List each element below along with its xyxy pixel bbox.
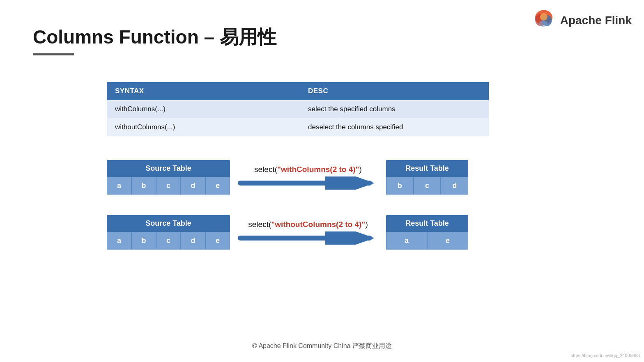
source-cell-b1: b	[131, 177, 156, 195]
result-cell-d1: d	[441, 177, 468, 195]
select-pre-2: select(	[248, 220, 271, 229]
select-post-1: )	[359, 165, 362, 174]
select-pre-1: select(	[254, 165, 277, 174]
result-cell-a2: a	[386, 232, 427, 250]
result-table-cells-1: b c d	[386, 177, 468, 195]
syntax-table-header-desc: DESC	[300, 82, 489, 100]
result-table-header-1: Result Table	[386, 160, 468, 177]
footer-text: © Apache Flink Community China 严禁商业用途	[252, 342, 392, 349]
source-table-cells-1: a b c d e	[107, 177, 230, 195]
source-cell-d1: d	[181, 177, 205, 195]
select-func-1: "withColumns(2 to 4)"	[277, 165, 359, 174]
syntax-cell-2: withoutColumns(...)	[107, 118, 300, 136]
arrow-label-area-2: select("withoutColumns(2 to 4)")	[230, 220, 386, 245]
select-func-2: "withoutColumns(2 to 4)"	[271, 220, 365, 229]
arrow-label-area-1: select("withColumns(2 to 4)")	[230, 165, 386, 190]
svg-point-4	[539, 21, 547, 27]
syntax-table-header-syntax: SYNTAX	[107, 82, 300, 100]
source-table-header-1: Source Table	[107, 160, 230, 177]
source-cell-c2: c	[156, 232, 181, 250]
arrow-icon-1	[238, 176, 378, 190]
select-post-2: )	[365, 220, 368, 229]
diagram-row-2: Source Table a b c d e select("withoutCo…	[107, 215, 509, 250]
source-table-1: Source Table a b c d e	[107, 160, 230, 195]
flink-logo-icon	[531, 8, 556, 33]
syntax-table: SYNTAX DESC withColumns(...) select the …	[107, 82, 489, 136]
diagram-area: Source Table a b c d e select("withColum…	[107, 160, 509, 270]
result-cell-e2: e	[427, 232, 468, 250]
source-cell-d2: d	[181, 232, 205, 250]
source-cell-c1: c	[156, 177, 181, 195]
result-table-2: Result Table a e	[386, 215, 468, 250]
logo-area: Apache Flink	[531, 8, 632, 33]
source-cell-a2: a	[107, 232, 131, 250]
source-table-2: Source Table a b c d e	[107, 215, 230, 250]
table-row: withColumns(...) select the specified co…	[107, 100, 489, 118]
source-table-cells-2: a b c d e	[107, 232, 230, 250]
svg-point-3	[540, 13, 547, 21]
source-cell-e1: e	[205, 177, 230, 195]
title-underline	[33, 53, 74, 55]
result-table-1: Result Table b c d	[386, 160, 468, 195]
page-title: Columns Function – 易用性	[33, 25, 276, 50]
source-cell-a1: a	[107, 177, 131, 195]
source-cell-e2: e	[205, 232, 230, 250]
select-label-1: select("withColumns(2 to 4)")	[254, 165, 362, 174]
watermark: https://blog.csdn.net/qq_24005053	[570, 353, 640, 358]
desc-cell-2: deselect the columns specified	[300, 118, 489, 136]
result-cell-c1: c	[414, 177, 441, 195]
table-row: withoutColumns(...) deselect the columns…	[107, 118, 489, 136]
footer: © Apache Flink Community China 严禁商业用途	[0, 342, 644, 351]
result-table-cells-2: a e	[386, 232, 468, 250]
select-label-2: select("withoutColumns(2 to 4)")	[248, 220, 368, 229]
logo-text: Apache Flink	[560, 14, 632, 27]
diagram-row-1: Source Table a b c d e select("withColum…	[107, 160, 509, 195]
result-cell-b1: b	[386, 177, 414, 195]
syntax-cell-1: withColumns(...)	[107, 100, 300, 118]
arrow-icon-2	[238, 231, 378, 245]
desc-cell-1: select the specified columns	[300, 100, 489, 118]
source-table-header-2: Source Table	[107, 215, 230, 232]
result-table-header-2: Result Table	[386, 215, 468, 232]
source-cell-b2: b	[131, 232, 156, 250]
